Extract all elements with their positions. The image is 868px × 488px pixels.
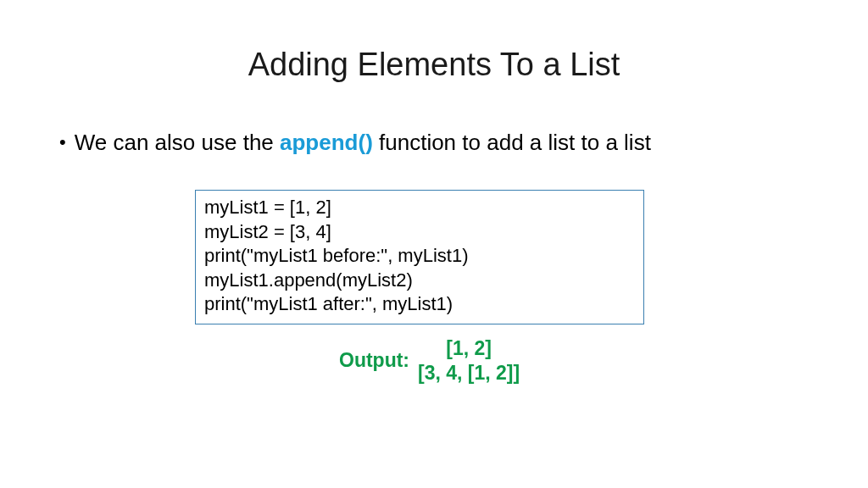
bullet-highlight: append(): [280, 130, 373, 155]
code-line: myList2 = [3, 4]: [204, 220, 635, 245]
output-line: [3, 4, [1, 2]]: [418, 361, 520, 385]
output-line: [1, 2]: [446, 336, 492, 361]
code-line: myList1 = [1, 2]: [204, 196, 635, 220]
code-line: myList1.append(myList2): [204, 269, 635, 293]
bullet-dot-icon: •: [59, 133, 66, 152]
bullet-post: function to add a list to a list: [373, 130, 651, 155]
bullet-item: • We can also use the append() function …: [59, 130, 868, 156]
output-block: Output: [1, 2] [3, 4, [1, 2]]: [339, 336, 868, 385]
output-values: [1, 2] [3, 4, [1, 2]]: [418, 336, 520, 385]
bullet-text: We can also use the append() function to…: [75, 130, 651, 156]
bullet-pre: We can also use the: [75, 130, 280, 155]
slide: Adding Elements To a List • We can also …: [0, 0, 868, 488]
code-line: print("myList1 before:", myList1): [204, 244, 635, 269]
code-line: print("myList1 after:", myList1): [204, 292, 635, 317]
output-label: Output:: [339, 349, 409, 372]
slide-title: Adding Elements To a List: [0, 0, 868, 83]
code-box: myList1 = [1, 2] myList2 = [3, 4] print(…: [195, 190, 644, 324]
